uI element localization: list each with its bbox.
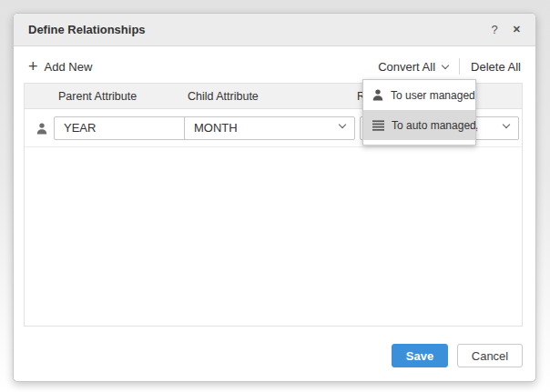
user-managed-icon bbox=[36, 122, 47, 138]
parent-attribute-value: YEAR bbox=[64, 121, 96, 135]
convert-all-label: Convert All bbox=[378, 60, 435, 74]
close-icon[interactable]: ✕ bbox=[513, 25, 521, 35]
menu-item-label: To auto managed bbox=[392, 119, 476, 132]
column-header-child-attribute: Child Attribute bbox=[188, 84, 259, 109]
child-attribute-value: MONTH bbox=[194, 121, 238, 135]
plus-icon: + bbox=[28, 60, 38, 73]
column-header-parent-attribute: Parent Attribute bbox=[58, 84, 137, 109]
convert-all-menu: To user managed To auto managed bbox=[362, 79, 476, 146]
dialog-title: Define Relationships bbox=[28, 23, 146, 36]
cancel-button[interactable]: Cancel bbox=[457, 344, 523, 367]
help-icon[interactable]: ? bbox=[492, 24, 498, 35]
page-background: Define Relationships ? ✕ + Add New Conve… bbox=[0, 0, 550, 392]
define-relationships-dialog: Define Relationships ? ✕ + Add New Conve… bbox=[13, 13, 536, 382]
add-new-label: Add New bbox=[45, 60, 93, 74]
menu-item-label: To user managed bbox=[391, 89, 475, 102]
dialog-footer: Save Cancel bbox=[392, 344, 523, 367]
save-button[interactable]: Save bbox=[392, 344, 448, 367]
dialog-toolbar: + Add New Convert All Delete All bbox=[28, 54, 521, 79]
toolbar-divider bbox=[459, 58, 460, 75]
menu-item-to-user-managed[interactable]: To user managed bbox=[363, 80, 475, 110]
add-new-button[interactable]: + Add New bbox=[28, 60, 92, 74]
parent-attribute-select[interactable]: YEAR bbox=[54, 116, 204, 140]
auto-managed-icon bbox=[372, 120, 384, 131]
user-icon bbox=[372, 89, 383, 101]
menu-item-to-auto-managed[interactable]: To auto managed bbox=[363, 110, 475, 140]
delete-all-button[interactable]: Delete All bbox=[471, 60, 521, 74]
convert-all-button[interactable]: Convert All bbox=[378, 60, 448, 74]
dialog-titlebar: Define Relationships ? ✕ bbox=[14, 14, 535, 46]
chevron-down-icon bbox=[442, 61, 449, 68]
chevron-down-icon bbox=[503, 121, 510, 128]
chevron-down-icon bbox=[339, 121, 346, 128]
child-attribute-select[interactable]: MONTH bbox=[184, 116, 355, 140]
